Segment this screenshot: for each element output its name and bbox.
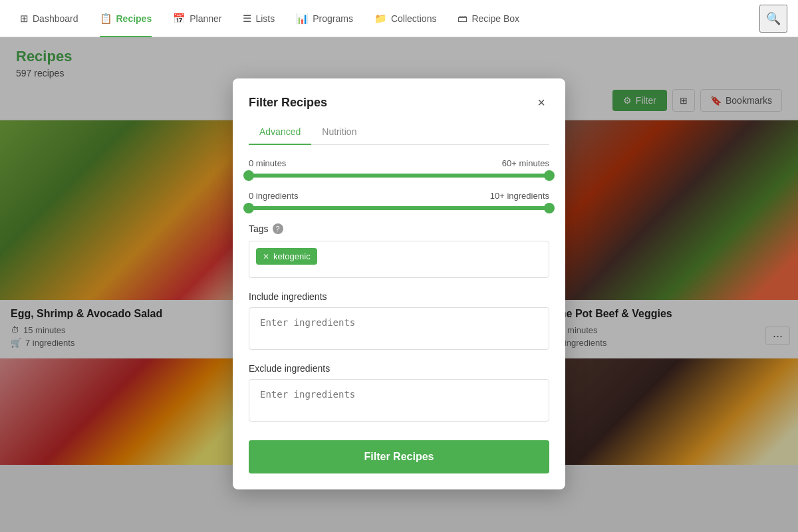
ingredients-slider-labels: 0 ingredients 10+ ingredients xyxy=(249,191,549,201)
tab-nutrition[interactable]: Nutrition xyxy=(311,121,367,145)
modal-tabs: Advanced Nutrition xyxy=(249,121,549,145)
time-max-label: 60+ minutes xyxy=(502,158,549,168)
include-ingredients-section: Include ingredients xyxy=(249,291,549,352)
time-slider-section: 0 minutes 60+ minutes xyxy=(249,158,549,178)
nav-planner-label: Planner xyxy=(190,13,221,24)
modal-title: Filter Recipes xyxy=(249,96,327,110)
lists-icon: ☰ xyxy=(243,13,251,25)
modal-header: Filter Recipes × xyxy=(249,94,549,110)
dashboard-icon: ⊞ xyxy=(20,13,29,25)
nav-collections-label: Collections xyxy=(391,13,436,24)
filter-modal: Filter Recipes × Advanced Nutrition 0 mi… xyxy=(233,78,565,489)
include-label: Include ingredients xyxy=(249,291,549,302)
nav-recipes[interactable]: 📋 Recipes xyxy=(90,0,162,37)
filter-submit-button[interactable]: Filter Recipes xyxy=(249,440,549,473)
tags-help-icon[interactable]: ? xyxy=(273,223,283,234)
recipe-box-icon: 🗃 xyxy=(458,13,467,24)
nav-programs-label: Programs xyxy=(313,13,353,24)
nav-lists-label: Lists xyxy=(255,13,275,24)
exclude-ingredients-input[interactable] xyxy=(249,379,549,422)
nav-recipe-box-label: Recipe Box xyxy=(471,13,519,24)
include-ingredients-input[interactable] xyxy=(249,307,549,350)
programs-icon: 📊 xyxy=(296,13,309,25)
recipes-icon: 📋 xyxy=(100,13,112,25)
nav-lists[interactable]: ☰ Lists xyxy=(233,0,284,37)
exclude-ingredients-section: Exclude ingredients xyxy=(249,363,549,424)
ingredients-slider-section: 0 ingredients 10+ ingredients xyxy=(249,191,549,210)
time-slider-thumb-left[interactable] xyxy=(243,170,254,181)
tags-section: Tags ? ✕ ketogenic xyxy=(249,223,549,278)
ingredients-slider-thumb-right[interactable] xyxy=(544,203,555,213)
top-navigation: ⊞ Dashboard 📋 Recipes 📅 Planner ☰ Lists … xyxy=(0,0,798,37)
tag-label: ketogenic xyxy=(273,251,311,261)
main-content: Recipes 597 recipes ⚙ Filter ⊞ 🔖 Bookmar… xyxy=(0,37,798,532)
nav-programs[interactable]: 📊 Programs xyxy=(287,0,362,37)
ingredients-slider-thumb-left[interactable] xyxy=(243,203,254,213)
tab-advanced[interactable]: Advanced xyxy=(249,121,311,145)
time-slider-thumb-right[interactable] xyxy=(544,170,555,181)
collections-icon: 📁 xyxy=(374,13,387,25)
time-min-label: 0 minutes xyxy=(249,158,286,168)
ingredients-min-label: 0 ingredients xyxy=(249,191,298,201)
nav-dashboard-label: Dashboard xyxy=(33,13,78,24)
tag-remove-button[interactable]: ✕ xyxy=(263,252,269,261)
search-button[interactable]: 🔍 xyxy=(759,5,787,33)
nav-planner[interactable]: 📅 Planner xyxy=(164,0,231,37)
ingredients-max-label: 10+ ingredients xyxy=(490,191,549,201)
time-slider-labels: 0 minutes 60+ minutes xyxy=(249,158,549,168)
nav-dashboard[interactable]: ⊞ Dashboard xyxy=(11,0,88,37)
time-slider-track[interactable] xyxy=(249,174,549,178)
exclude-label: Exclude ingredients xyxy=(249,363,549,374)
planner-icon: 📅 xyxy=(173,13,186,25)
ingredients-slider-track[interactable] xyxy=(249,206,549,210)
nav-collections[interactable]: 📁 Collections xyxy=(365,0,446,37)
modal-close-button[interactable]: × xyxy=(533,94,549,110)
tags-box[interactable]: ✕ ketogenic xyxy=(249,241,549,278)
nav-recipes-label: Recipes xyxy=(116,13,152,24)
tag-ketogenic: ✕ ketogenic xyxy=(256,248,317,265)
nav-recipe-box[interactable]: 🗃 Recipe Box xyxy=(448,0,529,37)
tags-label: Tags ? xyxy=(249,223,549,234)
